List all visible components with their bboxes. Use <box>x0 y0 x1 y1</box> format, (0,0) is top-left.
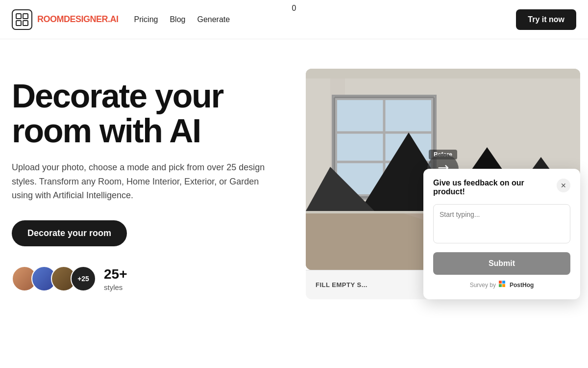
fill-bar-text: FILL EMPTY S... <box>316 281 368 289</box>
nav-left: ROOMDESIGNER.AI Pricing Blog Generate <box>12 9 230 30</box>
submit-feedback-button[interactable]: Submit <box>433 252 570 275</box>
svg-rect-24 <box>502 281 505 284</box>
hero-right: Before ⇄ FILL EMPTY S... Give us feedbac… <box>306 69 580 299</box>
svg-rect-3 <box>23 21 28 26</box>
styles-count: 25+ <box>104 266 127 282</box>
svg-rect-0 <box>16 14 21 19</box>
close-feedback-button[interactable]: ✕ <box>557 179 570 192</box>
svg-rect-23 <box>499 281 502 284</box>
posthog-icon <box>499 281 508 289</box>
posthog-attribution: Survey by PostHog <box>433 281 570 289</box>
svg-rect-2 <box>16 21 21 26</box>
logo-ai: .AI <box>108 14 119 24</box>
svg-rect-26 <box>502 284 505 287</box>
posthog-logo: PostHog <box>499 281 534 289</box>
style-avatar-more[interactable]: +25 <box>71 266 96 291</box>
logo-icon <box>12 9 32 30</box>
navbar: ROOMDESIGNER.AI Pricing Blog Generate 0 … <box>0 0 588 39</box>
survey-by-text: Survey by <box>470 282 496 289</box>
svg-rect-25 <box>499 284 502 287</box>
hero-description: Upload your photo, choose a mode and pic… <box>12 160 276 203</box>
hero-title: Decorate your room with AI <box>12 79 286 149</box>
nav-counter: 0 <box>292 4 296 13</box>
styles-row: +25 25+ styles <box>12 266 286 291</box>
feedback-header: Give us feedback on our product! ✕ <box>433 179 570 196</box>
decorate-room-button[interactable]: Decorate your room <box>12 220 127 246</box>
nav-pricing[interactable]: Pricing <box>134 15 158 24</box>
logo-text: ROOMDESIGNER.AI <box>37 14 119 25</box>
logo-name: ROOMDESIGNER <box>37 14 108 24</box>
nav-logo[interactable]: ROOMDESIGNER.AI <box>12 9 119 30</box>
style-avatars: +25 <box>12 266 96 291</box>
svg-rect-7 <box>306 69 580 79</box>
nav-blog[interactable]: Blog <box>170 15 185 24</box>
hero-left: Decorate your room with AI Upload your p… <box>12 69 286 291</box>
styles-count-block: 25+ styles <box>104 266 127 291</box>
try-it-now-button[interactable]: Try it now <box>516 9 576 30</box>
svg-rect-1 <box>23 14 28 19</box>
nav-links: Pricing Blog Generate <box>134 15 230 24</box>
hero-section: Decorate your room with AI Upload your p… <box>0 39 588 299</box>
nav-generate[interactable]: Generate <box>197 15 230 24</box>
posthog-name: PostHog <box>510 282 534 289</box>
styles-label: styles <box>104 283 127 291</box>
feedback-textarea[interactable] <box>433 204 570 243</box>
feedback-title: Give us feedback on our product! <box>433 179 557 196</box>
feedback-popup: Give us feedback on our product! ✕ Submi… <box>423 169 580 299</box>
